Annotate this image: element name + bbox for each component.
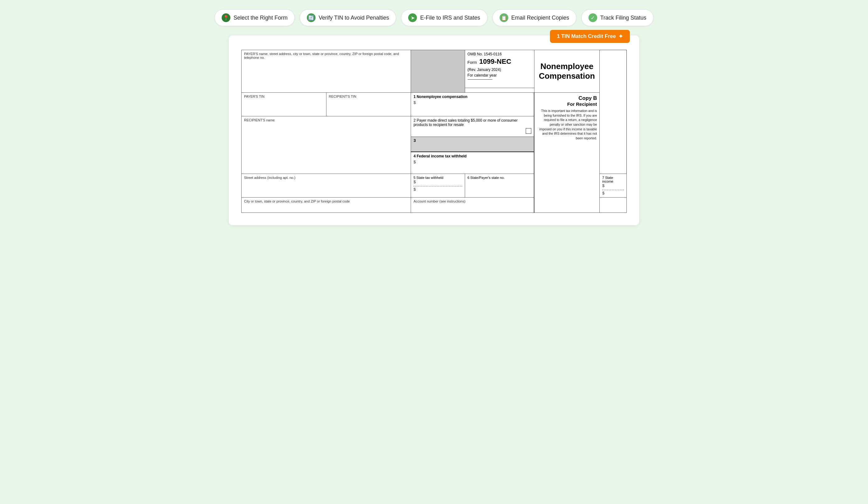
nav-item-select-form[interactable]: 📍Select the Right Form <box>215 9 295 26</box>
form-cal-year: For calendar year <box>467 73 531 78</box>
street-label: Street address (including apt. no.) <box>244 176 408 180</box>
form-prefix: Form <box>467 60 477 65</box>
form-name: 1099-NEC <box>479 58 512 65</box>
field4-dollar: $ <box>413 160 416 164</box>
field5-dollar2: $ <box>413 187 416 192</box>
nav-label-verify-tin: Verify TIN to Avoid Penalties <box>319 14 389 21</box>
nav-item-verify-tin[interactable]: 🔄Verify TIN to Avoid Penalties <box>300 9 396 26</box>
recipient-tin-label: RECIPIENT'S TIN <box>329 94 409 98</box>
nav-icon-select-form: 📍 <box>222 13 230 22</box>
payer-name-label: PAYER'S name, street address, city or to… <box>244 52 408 59</box>
nav-label-track-status: Track Filing Status <box>600 14 646 21</box>
nav-label-efile: E-File to IRS and States <box>420 14 480 21</box>
payer-tin-label: PAYER'S TIN <box>244 94 324 98</box>
city-label: City or town, state or province, country… <box>244 199 408 203</box>
nav-item-email-copies[interactable]: 📋Email Recipient Copies <box>493 9 576 26</box>
field4-label: 4 Federal income tax withheld <box>413 154 531 158</box>
tin-badge-star: ✦ <box>618 33 623 40</box>
field7-label: 7 State income <box>602 176 624 183</box>
form-1099-nec: PAYER'S name, street address, city or to… <box>241 50 627 213</box>
recipient-name-label: RECIPIENT'S name <box>244 118 408 122</box>
field2-label: 2 Payer made direct sales totaling $5,00… <box>413 118 531 127</box>
field7-dollar1: $ <box>602 183 604 188</box>
tin-badge-label: 1 TIN Match Credit Free <box>557 33 616 40</box>
form-rev: (Rev. January 2024) <box>467 68 531 72</box>
main-container: 1 TIN Match Credit Free ✦ PAYER'S name, … <box>229 36 639 225</box>
field1-label: 1 Nonemployee compensation <box>413 94 531 99</box>
form-title-line2: Compensation <box>537 71 597 81</box>
nav-icon-efile: ➤ <box>408 13 417 22</box>
copy-b-text: This is important tax information and is… <box>537 109 597 141</box>
for-recipient: For Recipient <box>537 101 597 107</box>
nav-icon-verify-tin: 🔄 <box>307 13 316 22</box>
omb-no: OMB No. 1545-0116 <box>467 52 531 56</box>
account-label: Account number (see instructions) <box>413 199 531 203</box>
nav-label-email-copies: Email Recipient Copies <box>512 14 569 21</box>
nav-label-select-form: Select the Right Form <box>234 14 288 21</box>
nav-icon-email-copies: 📋 <box>499 13 508 22</box>
field5-dollar1: $ <box>413 180 416 184</box>
field5-label: 5 State tax withheld <box>413 176 462 180</box>
top-nav: 📍Select the Right Form🔄Verify TIN to Avo… <box>12 9 856 26</box>
field3-num: 3 <box>413 138 531 143</box>
nav-item-efile[interactable]: ➤E-File to IRS and States <box>401 9 487 26</box>
tin-badge[interactable]: 1 TIN Match Credit Free ✦ <box>550 30 630 43</box>
copy-b-title: Copy B <box>537 95 597 101</box>
field2-checkbox[interactable] <box>526 128 531 134</box>
form-title-line1: Nonemployee <box>537 62 597 71</box>
field7-dollar2: $ <box>602 191 604 195</box>
field1-dollar: $ <box>413 100 416 105</box>
field6-label: 6 State/Payer's state no. <box>467 176 531 180</box>
nav-item-track-status[interactable]: ✓Track Filing Status <box>581 9 653 26</box>
nav-icon-track-status: ✓ <box>589 13 597 22</box>
